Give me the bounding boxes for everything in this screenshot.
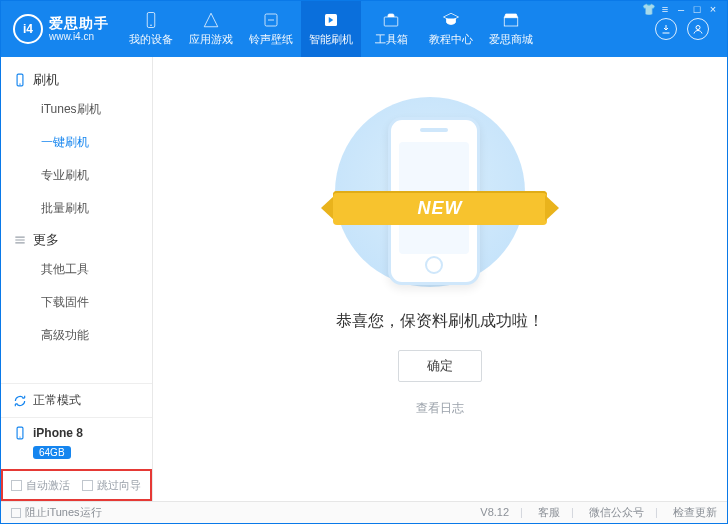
app-window: i4 爱思助手 www.i4.cn 我的设备 应用游戏 铃声壁纸 智能刷机 xyxy=(0,0,728,524)
success-illustration: ✦ ✦ ✦ NEW xyxy=(325,97,555,287)
minimize-button[interactable]: – xyxy=(676,4,686,14)
sparkle-icon: ✦ xyxy=(511,240,534,263)
download-icon xyxy=(660,23,672,35)
close-button[interactable]: × xyxy=(708,4,718,14)
auto-activate-label: 自动激活 xyxy=(26,478,70,493)
nav-device-label: 我的设备 xyxy=(129,32,173,47)
logo-area: i4 爱思助手 www.i4.cn xyxy=(1,1,121,57)
app-name: 爱思助手 xyxy=(49,16,109,31)
logo-icon: i4 xyxy=(13,14,43,44)
list-icon xyxy=(13,233,27,247)
skin-button[interactable]: 👕 xyxy=(644,4,654,14)
sidebar-item-advanced[interactable]: 高级功能 xyxy=(1,319,152,352)
user-icon xyxy=(692,23,704,35)
checkbox-icon xyxy=(11,480,22,491)
ribbon-text: NEW xyxy=(333,191,547,225)
svg-point-9 xyxy=(19,437,20,438)
nav-apps-label: 应用游戏 xyxy=(189,32,233,47)
wechat-link[interactable]: 微信公众号 xyxy=(589,506,644,518)
check-update-link[interactable]: 检查更新 xyxy=(673,506,717,518)
toolbox-icon xyxy=(382,11,400,29)
checkbox-icon xyxy=(11,508,21,518)
nav-store-label: 爱思商城 xyxy=(489,32,533,47)
device-name: iPhone 8 xyxy=(33,426,83,440)
sidebar-item-batch-flash[interactable]: 批量刷机 xyxy=(1,192,152,225)
sidebar-item-download-firmware[interactable]: 下载固件 xyxy=(1,286,152,319)
header: i4 爱思助手 www.i4.cn 我的设备 应用游戏 铃声壁纸 智能刷机 xyxy=(1,1,727,57)
refresh-icon xyxy=(13,394,27,408)
nav-flash[interactable]: 智能刷机 xyxy=(301,1,361,57)
auto-activate-checkbox[interactable]: 自动激活 xyxy=(11,478,70,493)
nav-store[interactable]: 爱思商城 xyxy=(481,1,541,57)
sidebar-group-flash-title: 刷机 xyxy=(33,71,59,89)
sidebar: 刷机 iTunes刷机 一键刷机 专业刷机 批量刷机 更多 其他工具 下载固件 … xyxy=(1,57,153,501)
checkbox-icon xyxy=(82,480,93,491)
flash-icon xyxy=(322,11,340,29)
svg-rect-4 xyxy=(384,17,398,26)
window-controls: 👕 ≡ – □ × xyxy=(644,4,718,14)
nav-tutorial-label: 教程中心 xyxy=(429,32,473,47)
device-card[interactable]: iPhone 8 64GB xyxy=(1,417,152,469)
ringtone-icon xyxy=(262,11,280,29)
top-nav: 我的设备 应用游戏 铃声壁纸 智能刷机 工具箱 教程中心 xyxy=(121,1,655,57)
sidebar-item-itunes-flash[interactable]: iTunes刷机 xyxy=(1,93,152,126)
phone-icon xyxy=(13,73,27,87)
nav-ringtone-label: 铃声壁纸 xyxy=(249,32,293,47)
device-mode-label: 正常模式 xyxy=(33,392,81,409)
logo-text: 爱思助手 www.i4.cn xyxy=(49,16,109,42)
sidebar-scroll: 刷机 iTunes刷机 一键刷机 专业刷机 批量刷机 更多 其他工具 下载固件 … xyxy=(1,57,152,383)
menu-button[interactable]: ≡ xyxy=(660,4,670,14)
storage-badge: 64GB xyxy=(33,446,71,459)
block-itunes-label: 阻止iTunes运行 xyxy=(25,505,102,520)
maximize-button[interactable]: □ xyxy=(692,4,702,14)
device-row: iPhone 8 xyxy=(13,424,140,442)
sidebar-group-more: 更多 xyxy=(1,225,152,253)
success-title: 恭喜您，保资料刷机成功啦！ xyxy=(336,311,544,332)
skip-setup-label: 跳过向导 xyxy=(97,478,141,493)
skip-setup-checkbox[interactable]: 跳过向导 xyxy=(82,478,141,493)
main-content: ✦ ✦ ✦ NEW 恭喜您，保资料刷机成功啦！ 确定 查看日志 xyxy=(153,57,727,501)
app-site: www.i4.cn xyxy=(49,31,109,42)
sidebar-group-flash: 刷机 xyxy=(1,65,152,93)
iphone-icon xyxy=(13,424,27,442)
status-bar-right: V8.12 | 客服 | 微信公众号 | 检查更新 xyxy=(472,505,717,520)
new-ribbon: NEW xyxy=(319,185,561,231)
device-icon xyxy=(142,11,160,29)
ok-button[interactable]: 确定 xyxy=(398,350,482,382)
view-log-link[interactable]: 查看日志 xyxy=(416,400,464,417)
nav-flash-label: 智能刷机 xyxy=(309,32,353,47)
status-bar: 阻止iTunes运行 V8.12 | 客服 | 微信公众号 | 检查更新 xyxy=(1,501,727,523)
tutorial-icon xyxy=(442,11,460,29)
nav-device[interactable]: 我的设备 xyxy=(121,1,181,57)
nav-ringtone[interactable]: 铃声壁纸 xyxy=(241,1,301,57)
account-button[interactable] xyxy=(687,18,709,40)
sidebar-item-other-tools[interactable]: 其他工具 xyxy=(1,253,152,286)
svg-rect-5 xyxy=(504,18,518,26)
apps-icon xyxy=(202,11,220,29)
block-itunes-checkbox[interactable]: 阻止iTunes运行 xyxy=(11,505,102,520)
download-manager-button[interactable] xyxy=(655,18,677,40)
sidebar-item-oneclick-flash[interactable]: 一键刷机 xyxy=(1,126,152,159)
sparkle-icon: ✦ xyxy=(526,114,543,131)
sidebar-group-more-title: 更多 xyxy=(33,231,59,249)
device-mode-status[interactable]: 正常模式 xyxy=(1,383,152,417)
sidebar-check-row: 自动激活 跳过向导 xyxy=(1,469,152,501)
nav-apps[interactable]: 应用游戏 xyxy=(181,1,241,57)
nav-tutorial[interactable]: 教程中心 xyxy=(421,1,481,57)
body: 刷机 iTunes刷机 一键刷机 专业刷机 批量刷机 更多 其他工具 下载固件 … xyxy=(1,57,727,501)
nav-toolbox-label: 工具箱 xyxy=(375,32,408,47)
nav-toolbox[interactable]: 工具箱 xyxy=(361,1,421,57)
store-icon xyxy=(502,11,520,29)
svg-point-6 xyxy=(696,26,700,30)
svg-point-1 xyxy=(150,25,152,27)
support-link[interactable]: 客服 xyxy=(538,506,560,518)
version-label: V8.12 xyxy=(480,506,509,518)
sidebar-item-pro-flash[interactable]: 专业刷机 xyxy=(1,159,152,192)
